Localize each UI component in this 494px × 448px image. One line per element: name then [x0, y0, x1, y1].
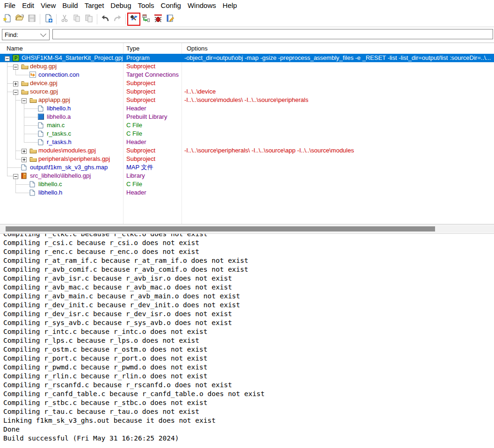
tree-row[interactable]: output\f1km_sk_v3_ghs.mapMAP 文件	[0, 163, 494, 172]
console-line: Compiling r_dev_isr.c because r_dev_isr.…	[3, 310, 494, 318]
console-line: Build successful (Fri May 31 16:26:25 20…	[3, 434, 494, 443]
item-name[interactable]: r_tasks.c	[47, 130, 71, 138]
redo-button	[112, 14, 123, 25]
project-explorer: Name Type Options PGHS\F1KM-S4_StarterKi…	[0, 43, 494, 224]
item-name[interactable]: r_tasks.h	[47, 138, 72, 146]
tree-row[interactable]: r_tasks.hHeader	[0, 138, 494, 146]
menu-item-target[interactable]: Target	[81, 0, 108, 11]
tree-row[interactable]: debug.gpjSubproject	[0, 62, 494, 71]
tree-row[interactable]: libhello.cC File	[0, 180, 494, 188]
paste-icon	[84, 14, 94, 25]
item-type: C File	[126, 130, 142, 138]
menu-item-view[interactable]: View	[37, 0, 59, 11]
menu-item-windows[interactable]: Windows	[184, 0, 219, 11]
column-header-type[interactable]: Type	[126, 43, 139, 54]
console-line: Compiling r_pwmd.c because r_pwmd.o does…	[3, 363, 494, 372]
item-type: Subproject	[126, 146, 155, 155]
item-name[interactable]: GHS\F1KM-S4_StarterKit_Project.gpj	[22, 54, 123, 62]
item-type: Target Connections	[126, 71, 179, 79]
item-type: Subproject	[126, 62, 155, 71]
tree-row[interactable]: libhello.aPrebuilt Library	[0, 113, 494, 121]
console-line: Compiling r_enc.c because r_enc.o does n…	[3, 247, 494, 256]
item-name[interactable]: libhello.c	[38, 180, 62, 188]
save-icon	[27, 14, 36, 25]
item-options: -I..\..\source\peripherals\ -I..\..\sour…	[184, 146, 354, 155]
tree-connector-line	[24, 142, 38, 143]
item-name[interactable]: src_libhello\libhello.gpj	[30, 172, 91, 180]
connect-button[interactable]	[140, 14, 152, 25]
console-line: Compiling r_stbc.c because r_stbc.o does…	[3, 398, 494, 407]
menu-item-edit[interactable]: Edit	[19, 0, 37, 11]
scrollbar-thumb[interactable]	[6, 226, 435, 231]
tree-connector-line	[24, 117, 38, 117]
tree-row[interactable]: device.gpjSubproject	[0, 79, 494, 87]
find-combo[interactable]: Find:	[2, 29, 50, 40]
console-line: Compiling r_ostm.c because r_ostm.o does…	[3, 345, 494, 354]
copy-button	[71, 14, 82, 25]
project-tree: PGHS\F1KM-S4_StarterKit_Project.gpjProgr…	[0, 54, 494, 224]
item-name[interactable]: device.gpj	[30, 79, 58, 87]
tree-row[interactable]: modules\modules.gpjSubproject-I..\..\sou…	[0, 146, 494, 155]
item-name[interactable]: app\app.gpj	[38, 96, 70, 104]
item-type: Header	[126, 138, 146, 146]
tree-connector-line	[15, 151, 22, 151]
tree-row[interactable]: src_libhello\libhello.gpjLibrary	[0, 172, 494, 180]
console-line: Done	[3, 425, 494, 434]
undo-button[interactable]	[100, 14, 111, 25]
new-project-icon	[44, 14, 53, 25]
menu-item-build[interactable]: Build	[59, 0, 81, 11]
menu-item-config[interactable]: Config	[158, 0, 184, 11]
tree-row[interactable]: main.cC File	[0, 121, 494, 130]
menu-bar: FileEditViewBuildTargetDebugToolsConfigW…	[0, 0, 494, 11]
tree-row[interactable]: r_tasks.cC File	[0, 130, 494, 138]
column-header-options[interactable]: Options	[187, 43, 208, 54]
item-name[interactable]: libhello.h	[38, 188, 62, 197]
item-name[interactable]: main.c	[47, 121, 65, 130]
item-options: -I..\..\source\modules\ -I..\..\source\p…	[184, 96, 308, 104]
tree-connector-line	[7, 176, 13, 176]
tree-row[interactable]: connection.conTarget Connections	[0, 71, 494, 79]
item-name[interactable]: connection.con	[38, 71, 79, 79]
menu-item-tools[interactable]: Tools	[135, 0, 158, 11]
save-button	[26, 14, 37, 25]
item-name[interactable]: modules\modules.gpj	[38, 146, 96, 155]
svg-text:P: P	[15, 56, 18, 61]
menu-item-debug[interactable]: Debug	[107, 0, 134, 11]
edit-log-button[interactable]	[165, 14, 176, 25]
console-line: Compiling r_rscanfd.c because r_rscanfd.…	[3, 381, 494, 390]
item-type: Library	[126, 172, 145, 180]
console-line: Compiling r_avb_mac.c because r_avb_mac.…	[3, 283, 494, 292]
find-input[interactable]	[52, 29, 493, 39]
column-header-name[interactable]: Name	[7, 43, 23, 54]
item-name[interactable]: libhello.h	[47, 104, 71, 113]
tree-connector-line	[24, 125, 38, 126]
tree-row[interactable]: libhello.hHeader	[0, 188, 494, 197]
new-file-button[interactable]	[2, 14, 13, 25]
tree-connector-line	[7, 83, 13, 84]
item-name[interactable]: peripherals\peripherals.gpj	[38, 155, 110, 163]
console-line: Compiling r_lps.c because r_lps.o does n…	[3, 336, 494, 345]
cut-button	[59, 14, 70, 25]
tree-row[interactable]: libhello.hHeader	[0, 104, 494, 113]
item-name[interactable]: output\f1km_sk_v3_ghs.map	[30, 163, 108, 172]
item-name[interactable]: debug.gpj	[30, 62, 57, 71]
open-file-button[interactable]	[14, 14, 25, 25]
edit-log-icon	[166, 14, 175, 25]
item-name[interactable]: libhello.a	[47, 113, 71, 121]
tree-row[interactable]: source.gpjSubproject-I..\..\device	[0, 87, 494, 96]
tree-row[interactable]: app\app.gpjSubproject-I..\..\source\modu…	[0, 96, 494, 104]
tree-row[interactable]: PGHS\F1KM-S4_StarterKit_Project.gpjProgr…	[0, 54, 494, 62]
toolbar-separator	[97, 14, 97, 24]
tree-row[interactable]: peripherals\peripherals.gpjSubproject	[0, 155, 494, 163]
build-button[interactable]	[128, 14, 139, 25]
new-project-button[interactable]	[43, 14, 54, 25]
item-type: Subproject	[126, 79, 155, 87]
item-name[interactable]: source.gpj	[30, 87, 58, 96]
toolbar-separator	[56, 14, 57, 24]
menu-item-file[interactable]: File	[1, 0, 19, 11]
horizontal-scrollbar[interactable]	[0, 225, 494, 233]
item-type: Header	[126, 188, 146, 197]
menu-item-help[interactable]: Help	[219, 0, 240, 11]
toolbar-separator	[125, 14, 126, 24]
debug-button[interactable]	[153, 14, 164, 25]
